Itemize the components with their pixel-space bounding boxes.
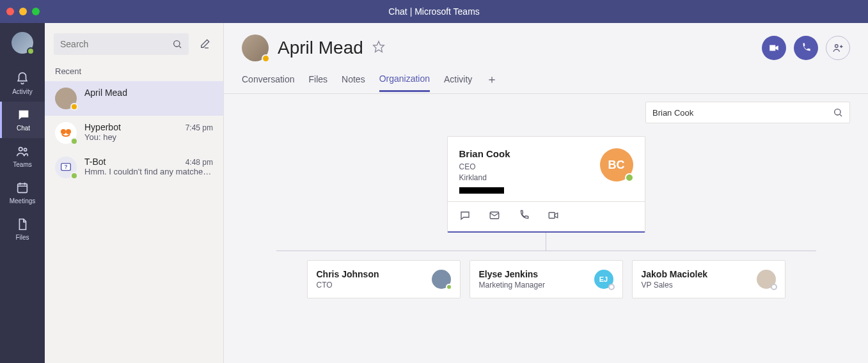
org-search-box[interactable] bbox=[645, 102, 850, 123]
bot-icon: ? bbox=[59, 160, 73, 174]
compose-icon bbox=[199, 38, 210, 50]
status-dot bbox=[70, 172, 78, 180]
report-role: Marketing Manager bbox=[479, 281, 545, 290]
report-role: CTO bbox=[317, 281, 379, 290]
card-actions bbox=[448, 201, 645, 231]
chat-list: Recent April Mead Hyperbot 7:45 pm bbox=[45, 23, 224, 363]
titlebar: Chat | Microsoft Teams bbox=[0, 0, 868, 23]
rail-activity[interactable]: Activity bbox=[0, 65, 45, 102]
video-call-button[interactable] bbox=[762, 36, 786, 60]
favorite-button[interactable] bbox=[372, 40, 385, 56]
rail-chat[interactable]: Chat bbox=[0, 102, 45, 138]
report-name: Elyse Jenkins bbox=[479, 269, 545, 279]
chat-name: Hyperbot bbox=[84, 122, 121, 132]
calendar-icon bbox=[15, 181, 29, 195]
card-mail-button[interactable] bbox=[489, 210, 500, 224]
card-call-button[interactable] bbox=[518, 210, 530, 224]
chat-avatar bbox=[55, 122, 77, 144]
svg-text:?: ? bbox=[64, 164, 67, 170]
svg-point-1 bbox=[24, 148, 26, 151]
card-chat-button[interactable] bbox=[459, 210, 471, 224]
people-add-icon bbox=[832, 42, 844, 54]
video-icon bbox=[548, 210, 559, 221]
report-avatar bbox=[757, 270, 776, 289]
org-report-card[interactable]: Elyse Jenkins Marketing Manager EJ bbox=[470, 260, 623, 298]
audio-call-button[interactable] bbox=[794, 36, 818, 60]
tabs: ConversationFilesNotesOrganizationActivi… bbox=[224, 61, 868, 94]
svg-point-4 bbox=[61, 129, 66, 134]
chat-header: April Mead bbox=[224, 23, 868, 61]
tab-conversation[interactable]: Conversation bbox=[242, 74, 295, 91]
search-icon bbox=[833, 107, 843, 118]
mail-icon bbox=[489, 210, 500, 221]
bell-icon bbox=[15, 72, 29, 86]
chat-name: T-Bot bbox=[84, 157, 106, 167]
recent-label: Recent bbox=[45, 55, 223, 81]
report-name: Chris Johnson bbox=[317, 269, 379, 279]
me-avatar[interactable] bbox=[12, 32, 33, 54]
window-title: Chat | Microsoft Teams bbox=[388, 6, 480, 17]
rail-label: Meetings bbox=[10, 197, 36, 205]
close-window-button[interactable] bbox=[6, 8, 14, 15]
org-horizontal-line bbox=[276, 251, 816, 251]
content-area: April Mead ConversationFilesNotesOrganiz… bbox=[224, 23, 868, 363]
contact-name: April Mead bbox=[278, 38, 363, 58]
org-report-card[interactable]: Jakob Maciolek VP Sales bbox=[632, 260, 785, 298]
status-dot bbox=[70, 103, 78, 111]
card-role: CEO bbox=[459, 162, 592, 173]
rail-label: Activity bbox=[12, 88, 33, 95]
file-icon bbox=[15, 217, 29, 231]
tab-notes[interactable]: Notes bbox=[342, 74, 365, 91]
chat-list-item[interactable]: Hyperbot 7:45 pm You: hey bbox=[45, 116, 223, 150]
status-available-icon bbox=[625, 173, 634, 182]
card-avatar: BC bbox=[600, 148, 633, 182]
chat-preview: Hmm. I couldn't find any matches. C… bbox=[84, 167, 213, 176]
card-video-button[interactable] bbox=[548, 210, 559, 224]
rail-label: Chat bbox=[17, 125, 30, 132]
svg-marker-8 bbox=[374, 42, 384, 52]
tab-activity[interactable]: Activity bbox=[444, 74, 472, 91]
org-report-card[interactable]: Chris Johnson CTO bbox=[307, 260, 461, 298]
app-rail: Activity Chat Teams Meetings Files bbox=[0, 23, 45, 363]
compose-button[interactable] bbox=[195, 33, 214, 55]
rail-meetings[interactable]: Meetings bbox=[0, 174, 45, 211]
chat-icon bbox=[459, 210, 471, 221]
org-reports: Chris Johnson CTO Elyse Jenkins Marketin… bbox=[307, 260, 785, 298]
status-dot bbox=[608, 284, 615, 290]
maximize-window-button[interactable] bbox=[32, 8, 40, 15]
card-location: Kirkland bbox=[459, 173, 592, 183]
add-tab-button[interactable]: ＋ bbox=[486, 72, 498, 93]
chat-preview: You: hey bbox=[84, 132, 213, 142]
svg-rect-2 bbox=[18, 184, 28, 193]
tab-organization[interactable]: Organization bbox=[379, 73, 430, 92]
chat-time: 7:45 pm bbox=[185, 123, 213, 132]
people-icon bbox=[15, 144, 29, 158]
minimize-window-button[interactable] bbox=[19, 8, 27, 15]
video-icon bbox=[768, 42, 780, 54]
phone-icon bbox=[800, 42, 812, 54]
chat-name: April Mead bbox=[84, 88, 127, 98]
status-away-icon bbox=[262, 54, 270, 63]
search-input[interactable] bbox=[60, 39, 172, 49]
status-dot bbox=[70, 137, 78, 145]
chat-avatar bbox=[55, 88, 77, 109]
org-person-card[interactable]: Brian Cook CEO Kirkland BC bbox=[447, 136, 645, 233]
svg-point-3 bbox=[174, 41, 180, 47]
chat-list-item[interactable]: April Mead bbox=[45, 81, 223, 116]
traffic-lights bbox=[6, 8, 40, 15]
card-name: Brian Cook bbox=[459, 148, 592, 159]
status-dot bbox=[446, 284, 452, 290]
search-box[interactable] bbox=[54, 33, 189, 55]
contact-avatar[interactable] bbox=[242, 35, 269, 61]
chat-icon bbox=[17, 108, 31, 122]
redacted-text bbox=[459, 187, 504, 194]
org-search-input[interactable] bbox=[652, 108, 833, 118]
add-people-button[interactable] bbox=[826, 36, 850, 60]
report-role: VP Sales bbox=[642, 281, 708, 290]
tab-files[interactable]: Files bbox=[309, 74, 328, 91]
chat-list-item[interactable]: ? T-Bot 4:48 pm Hmm. I couldn't find any… bbox=[45, 150, 223, 185]
rail-label: Files bbox=[15, 234, 29, 241]
rail-teams[interactable]: Teams bbox=[0, 138, 45, 174]
rail-files[interactable]: Files bbox=[0, 211, 45, 247]
report-name: Jakob Maciolek bbox=[642, 269, 708, 279]
